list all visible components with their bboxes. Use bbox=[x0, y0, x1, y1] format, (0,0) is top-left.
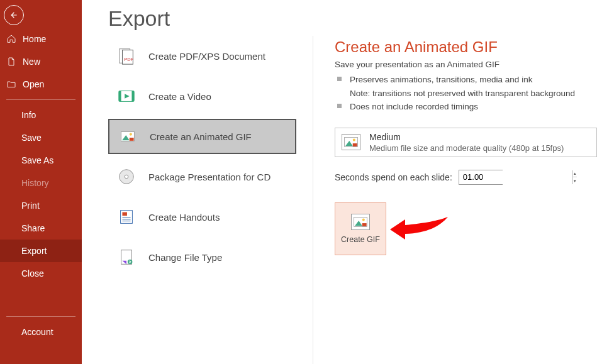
quality-dropdown[interactable]: Medium Medium file size and moderate qua… bbox=[335, 128, 597, 157]
quality-label: Medium bbox=[369, 132, 564, 142]
quality-thumb-icon bbox=[342, 134, 360, 150]
sidebar-item-label: Print bbox=[21, 201, 40, 211]
sidebar-item-export[interactable]: Export bbox=[0, 240, 82, 262]
spinner-down-icon[interactable]: ▼ bbox=[573, 177, 577, 184]
svg-rect-10 bbox=[130, 138, 134, 141]
quality-description: Medium file size and moderate quality (4… bbox=[369, 143, 564, 153]
sidebar-item-share[interactable]: Share bbox=[0, 217, 82, 240]
option-label: Create PDF/XPS Document bbox=[148, 51, 265, 62]
svg-rect-5 bbox=[131, 91, 134, 102]
option-label: Create Handouts bbox=[148, 212, 220, 223]
seconds-input[interactable] bbox=[459, 170, 572, 184]
svg-rect-27 bbox=[362, 223, 367, 226]
sidebar-item-label: Close bbox=[21, 268, 44, 279]
backstage-sidebar: Home New Open Info Save bbox=[0, 0, 82, 364]
export-details-panel: Create an Animated GIF Save your present… bbox=[313, 36, 597, 364]
sidebar-item-info[interactable]: Info bbox=[0, 104, 82, 126]
bullet-item: Preserves animations, transitions, media… bbox=[335, 73, 597, 87]
option-label: Create a Video bbox=[148, 91, 211, 102]
sidebar-item-home[interactable]: Home bbox=[0, 28, 82, 50]
option-create-video[interactable]: Create a Video bbox=[108, 79, 296, 114]
sidebar-item-save[interactable]: Save bbox=[0, 126, 82, 149]
sidebar-item-label: Save bbox=[21, 133, 42, 143]
svg-rect-23 bbox=[353, 143, 357, 146]
animated-gif-icon bbox=[117, 126, 138, 147]
back-button[interactable] bbox=[4, 5, 24, 25]
cd-icon bbox=[116, 166, 137, 187]
sidebar-item-save-as[interactable]: Save As bbox=[0, 149, 82, 172]
seconds-label: Seconds spend on each slide: bbox=[335, 172, 452, 182]
sidebar-divider bbox=[6, 99, 75, 100]
spinner-up-icon[interactable]: ▲ bbox=[573, 170, 577, 178]
pdf-xps-icon: PDF bbox=[116, 45, 137, 67]
option-label: Create an Animated GIF bbox=[150, 131, 252, 142]
handouts-icon bbox=[116, 206, 137, 228]
export-main: Export PDF Create PDF/XPS Document Creat… bbox=[82, 0, 597, 364]
sidebar-item-label: Account bbox=[21, 327, 53, 337]
option-create-pdf-xps[interactable]: PDF Create PDF/XPS Document bbox=[108, 38, 296, 74]
change-file-type-icon bbox=[116, 246, 137, 268]
details-subtitle: Save your presentation as an Animated GI… bbox=[335, 60, 597, 69]
sidebar-item-account[interactable]: Account bbox=[0, 321, 82, 343]
svg-rect-14 bbox=[122, 212, 127, 216]
bullet-item: Does not include recorded timings bbox=[335, 100, 597, 114]
sidebar-item-history: History bbox=[0, 172, 82, 194]
back-arrow-icon bbox=[9, 11, 18, 19]
sidebar-divider bbox=[6, 316, 75, 317]
create-gif-label: Create GIF bbox=[341, 235, 380, 244]
create-gif-icon bbox=[351, 214, 370, 230]
svg-rect-4 bbox=[119, 91, 121, 102]
export-options-list: PDF Create PDF/XPS Document Create a Vid… bbox=[108, 36, 313, 364]
sidebar-item-label: Share bbox=[21, 223, 45, 233]
sidebar-item-label: Info bbox=[21, 110, 36, 120]
option-label: Package Presentation for CD bbox=[148, 172, 271, 182]
open-folder-icon bbox=[6, 79, 16, 89]
sidebar-item-label: Home bbox=[23, 34, 46, 44]
sidebar-item-label: History bbox=[21, 178, 49, 188]
svg-point-22 bbox=[353, 139, 355, 141]
option-create-handouts[interactable]: Create Handouts bbox=[108, 199, 296, 234]
sidebar-item-new[interactable]: New bbox=[0, 50, 82, 73]
new-file-icon bbox=[6, 57, 16, 67]
option-change-file-type[interactable]: Change File Type bbox=[108, 240, 296, 275]
option-label: Change File Type bbox=[148, 252, 222, 263]
sidebar-item-open[interactable]: Open bbox=[0, 73, 82, 96]
sidebar-item-label: New bbox=[23, 57, 40, 67]
home-icon bbox=[6, 34, 16, 44]
svg-point-12 bbox=[125, 175, 128, 179]
option-package-presentation-cd[interactable]: Package Presentation for CD bbox=[108, 159, 296, 194]
sidebar-item-label: Export bbox=[21, 246, 47, 256]
details-title: Create an Animated GIF bbox=[335, 38, 597, 56]
bullet-note: Note: transitions not preserved with tra… bbox=[335, 87, 597, 101]
details-bullets: Preserves animations, transitions, media… bbox=[335, 73, 597, 114]
seconds-spinner[interactable]: ▲ ▼ bbox=[459, 170, 503, 185]
sidebar-item-label: Open bbox=[23, 79, 44, 89]
video-icon bbox=[116, 85, 137, 107]
page-title: Export bbox=[82, 0, 597, 36]
create-gif-button[interactable]: Create GIF bbox=[335, 202, 386, 255]
sidebar-item-close[interactable]: Close bbox=[0, 262, 82, 285]
seconds-per-slide-row: Seconds spend on each slide: ▲ ▼ bbox=[335, 170, 597, 185]
svg-point-26 bbox=[362, 218, 365, 221]
sidebar-item-print[interactable]: Print bbox=[0, 194, 82, 217]
sidebar-item-label: Save As bbox=[21, 155, 53, 165]
option-create-animated-gif[interactable]: Create an Animated GIF bbox=[108, 119, 296, 154]
svg-point-9 bbox=[130, 133, 132, 136]
svg-text:PDF: PDF bbox=[124, 57, 133, 62]
